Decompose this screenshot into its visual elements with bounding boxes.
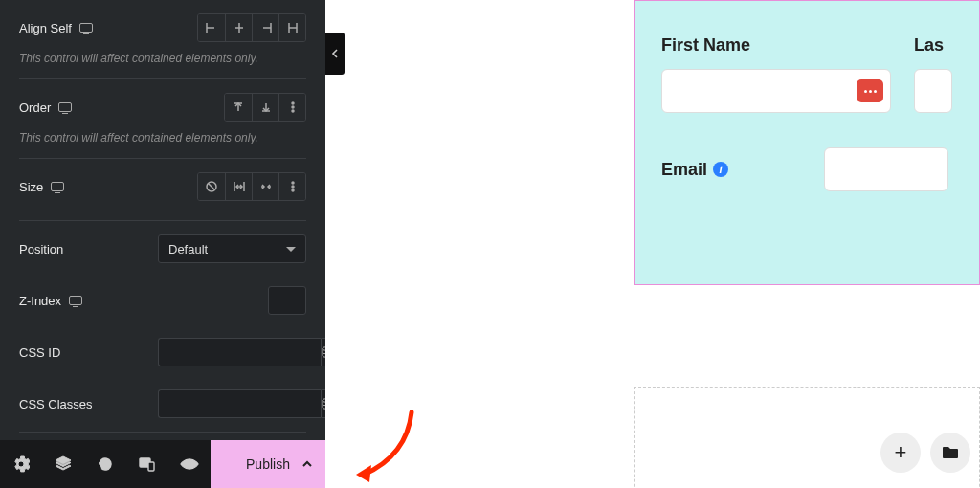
align-self-row: Align Self bbox=[19, 0, 306, 52]
position-select[interactable]: Default bbox=[158, 234, 306, 263]
align-self-options bbox=[197, 13, 306, 42]
folder-icon bbox=[942, 445, 959, 460]
css-classes-input[interactable] bbox=[158, 389, 321, 418]
responsive-icon[interactable] bbox=[69, 296, 82, 305]
position-value: Default bbox=[168, 242, 208, 256]
display-conditions-row: Display Conditions bbox=[19, 433, 306, 440]
order-more-button[interactable] bbox=[278, 94, 305, 121]
responsive-icon[interactable] bbox=[51, 182, 64, 191]
last-name-input[interactable] bbox=[914, 69, 952, 113]
position-row: Position Default bbox=[19, 221, 306, 273]
css-id-dynamic-button[interactable] bbox=[321, 338, 325, 366]
settings-button[interactable] bbox=[0, 440, 42, 488]
form-row-names: First Name Las bbox=[661, 35, 952, 113]
svg-point-24 bbox=[292, 186, 294, 188]
size-none-button[interactable] bbox=[198, 173, 225, 200]
publish-button[interactable]: Publish bbox=[211, 440, 325, 488]
css-classes-label: CSS Classes bbox=[19, 397, 93, 411]
svg-line-17 bbox=[209, 184, 215, 190]
email-input[interactable] bbox=[824, 147, 948, 191]
responsive-mode-button[interactable] bbox=[126, 440, 168, 488]
align-start-button[interactable] bbox=[198, 14, 225, 41]
size-more-button[interactable] bbox=[278, 173, 305, 200]
size-text: Size bbox=[19, 180, 43, 194]
svg-point-15 bbox=[292, 110, 294, 112]
history-button[interactable] bbox=[84, 440, 126, 488]
svg-point-13 bbox=[292, 102, 294, 104]
align-stretch-button[interactable] bbox=[278, 14, 305, 41]
svg-point-23 bbox=[292, 182, 294, 184]
align-end-button[interactable] bbox=[252, 14, 278, 41]
css-id-row: CSS ID bbox=[19, 324, 306, 376]
order-options bbox=[224, 93, 306, 122]
first-name-label: First Name bbox=[661, 35, 891, 55]
responsive-icon[interactable] bbox=[79, 23, 93, 33]
form-widget[interactable]: First Name Las Email i bbox=[634, 0, 980, 285]
css-id-label: CSS ID bbox=[19, 345, 60, 360]
collapse-sidebar-button[interactable] bbox=[325, 33, 345, 75]
zindex-input[interactable] bbox=[268, 286, 306, 315]
css-classes-dynamic-button[interactable] bbox=[321, 389, 325, 418]
order-text: Order bbox=[19, 100, 51, 115]
css-id-input[interactable] bbox=[158, 338, 321, 366]
publish-options-button[interactable] bbox=[297, 440, 318, 488]
order-last-button[interactable] bbox=[252, 94, 278, 121]
svg-point-14 bbox=[292, 106, 294, 108]
css-classes-input-group bbox=[158, 389, 306, 418]
align-self-text: Align Self bbox=[19, 21, 72, 35]
folder-button[interactable] bbox=[930, 433, 970, 473]
order-first-button[interactable] bbox=[225, 94, 252, 121]
bottom-bar-icons bbox=[0, 440, 211, 488]
editor-sidebar: Align Self This control will affect cont… bbox=[0, 0, 325, 488]
plus-icon: + bbox=[895, 440, 907, 465]
zindex-text: Z-Index bbox=[19, 294, 61, 308]
align-self-label: Align Self bbox=[19, 21, 93, 35]
last-name-label: Las bbox=[914, 35, 952, 55]
svg-point-25 bbox=[292, 189, 294, 191]
publish-label: Publish bbox=[246, 456, 290, 472]
css-id-input-group bbox=[158, 338, 306, 366]
first-name-group: First Name bbox=[661, 35, 891, 113]
size-shrink-button[interactable] bbox=[252, 173, 278, 200]
panel-scroll: Align Self This control will affect cont… bbox=[0, 0, 325, 440]
zindex-row: Z-Index bbox=[19, 273, 306, 324]
position-label: Position bbox=[19, 242, 63, 256]
floating-actions: + bbox=[880, 433, 970, 473]
navigator-button[interactable] bbox=[42, 440, 84, 488]
order-row: Order bbox=[19, 79, 306, 131]
editor-canvas[interactable]: First Name Las Email i + bbox=[346, 0, 980, 488]
svg-point-33 bbox=[188, 462, 192, 467]
form-row-email: Email i bbox=[661, 147, 952, 191]
order-label: Order bbox=[19, 100, 72, 115]
size-grow-button[interactable] bbox=[225, 173, 252, 200]
size-label: Size bbox=[19, 180, 64, 194]
info-icon[interactable]: i bbox=[713, 162, 728, 177]
last-name-group: Las bbox=[914, 35, 952, 113]
password-manager-icon[interactable] bbox=[857, 79, 883, 102]
responsive-icon[interactable] bbox=[58, 102, 72, 112]
preview-button[interactable] bbox=[168, 440, 211, 488]
size-row: Size bbox=[19, 159, 306, 211]
svg-rect-32 bbox=[148, 462, 154, 471]
zindex-label: Z-Index bbox=[19, 294, 82, 308]
add-widget-button[interactable]: + bbox=[880, 433, 921, 473]
align-center-button[interactable] bbox=[225, 14, 252, 41]
email-text: Email bbox=[661, 160, 707, 180]
email-label: Email i bbox=[661, 160, 728, 180]
chevron-down-icon bbox=[286, 247, 296, 252]
align-self-hint: This control will affect contained eleme… bbox=[19, 52, 306, 78]
order-hint: This control will affect contained eleme… bbox=[19, 131, 306, 158]
sidebar-bottom-bar: Publish bbox=[0, 440, 325, 488]
css-classes-row: CSS Classes bbox=[19, 376, 306, 428]
size-options bbox=[197, 172, 306, 201]
